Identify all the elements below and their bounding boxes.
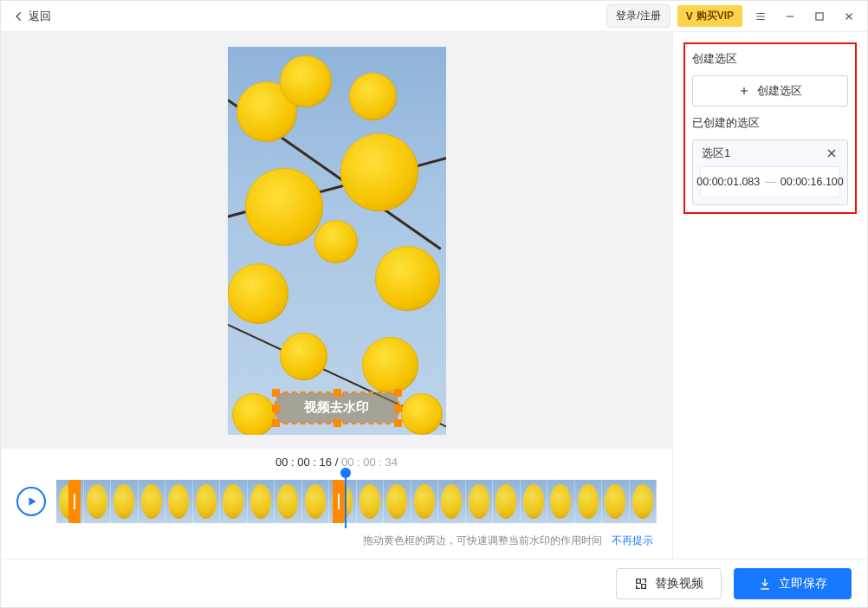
maximize-button[interactable] [808,5,831,28]
resize-handle-bm[interactable] [334,419,341,427]
resize-handle-ml[interactable] [272,404,280,412]
flower-decor [280,55,332,107]
video-frame[interactable]: 视频去水印 [228,47,446,435]
selection-end-time: 00:00:16.100 [781,176,844,188]
timeline-thumb [493,480,521,523]
create-selection-label: 创建选区 [757,83,802,99]
duration-time: 00 : 00 : 34 [341,456,398,469]
app-window: 返回 登录/注册 V 购买VIP [0,0,868,608]
time-separator: / [332,456,341,469]
selection-range[interactable] [68,480,345,523]
range-dash: — [765,176,775,188]
timeline-thumb [384,480,411,523]
create-selection-title: 创建选区 [692,51,848,67]
selection-start-time: 00:00:01.083 [696,176,760,188]
play-button[interactable] [16,487,46,516]
current-time: 00 : 00 : 16 [275,456,332,469]
flower-decor [232,393,275,435]
create-selection-button[interactable]: 创建选区 [692,75,848,107]
arrow-left-icon [13,10,25,23]
close-button[interactable] [838,5,860,28]
body: 视频去水印 00 : 00 : 16 / 00 : 00 : 34 [1,32,867,559]
created-selections-title: 已创建的选区 [692,115,848,131]
timeline-row [1,475,672,528]
flower-decor [349,73,397,120]
back-button[interactable]: 返回 [8,5,56,28]
hint-text: 拖动黄色框的两边，可快速调整当前水印的作用时间 [363,534,602,547]
menu-button[interactable] [749,5,772,28]
download-icon [758,577,772,591]
flower-decor [228,263,288,324]
selection-handle-right[interactable] [333,480,345,523]
resize-handle-br[interactable] [394,419,402,427]
resize-handle-tm[interactable] [334,389,341,397]
hint-row: 拖动黄色框的两边，可快速调整当前水印的作用时间 不再提示 [1,528,672,559]
selection-card-header: 选区1 [693,140,847,166]
timeline-thumb [602,480,630,523]
back-label: 返回 [29,9,51,24]
time-display: 00 : 00 : 16 / 00 : 00 : 34 [1,449,672,475]
vip-label: 购买VIP [696,9,734,23]
flower-decor [280,333,327,380]
minimize-icon [784,10,796,23]
playhead[interactable] [345,469,347,528]
minimize-button[interactable] [779,5,801,28]
highlight-box: 创建选区 创建选区 已创建的选区 选区1 00:00:01.083 [683,42,857,214]
hamburger-icon [755,10,767,23]
video-preview-area: 视频去水印 [1,32,672,449]
resize-handle-bl[interactable] [272,419,280,427]
timeline-thumb [547,480,575,523]
topbar: 返回 登录/注册 V 购买VIP [1,1,867,32]
buy-vip-button[interactable]: V 购买VIP [677,5,742,27]
topbar-right: 登录/注册 V 购买VIP [606,4,860,28]
vip-v-icon: V [686,10,693,23]
svg-rect-0 [816,12,823,19]
timeline-thumb [438,480,466,523]
flower-decor [314,220,358,263]
flower-decor [375,246,440,311]
replace-icon [634,577,648,591]
flower-decor [245,168,323,246]
play-icon [26,495,38,508]
timeline-thumb [630,480,657,523]
plus-icon [738,85,750,97]
save-label: 立即保存 [779,576,827,592]
timeline-thumb [411,480,439,523]
selection-name: 选区1 [702,146,730,161]
delete-selection-button[interactable] [825,146,839,160]
resize-handle-tr[interactable] [394,389,402,397]
timeline-thumb [521,480,548,523]
side-panel: 创建选区 创建选区 已创建的选区 选区1 00:00:01.083 [673,32,867,559]
flower-decor [362,337,418,393]
flower-decor [401,393,443,435]
topbar-left: 返回 [8,5,56,28]
login-register-button[interactable]: 登录/注册 [606,4,670,28]
resize-handle-mr[interactable] [394,404,402,412]
timeline-thumb [357,480,385,523]
replace-video-label: 替换视频 [655,576,703,592]
maximize-icon [813,10,826,23]
save-button[interactable]: 立即保存 [734,568,852,599]
watermark-text: 视频去水印 [304,399,369,416]
flower-decor [340,133,418,211]
replace-video-button[interactable]: 替换视频 [616,568,722,599]
main-area: 视频去水印 00 : 00 : 16 / 00 : 00 : 34 [1,32,673,559]
timeline[interactable] [56,480,657,523]
timeline-thumb [575,480,603,523]
timeline-thumb [466,480,494,523]
resize-handle-tl[interactable] [272,389,280,397]
close-icon [843,10,855,23]
x-icon [825,146,839,160]
watermark-selection-box[interactable]: 视频去水印 [276,393,398,423]
dismiss-hint-link[interactable]: 不再提示 [612,534,653,547]
selection-card: 选区1 00:00:01.083 — 00:00:16.100 [692,139,848,205]
selection-handle-left[interactable] [68,480,81,523]
bottom-bar: 替换视频 立即保存 [1,559,867,607]
selection-time-range[interactable]: 00:00:01.083 — 00:00:16.100 [700,166,840,197]
